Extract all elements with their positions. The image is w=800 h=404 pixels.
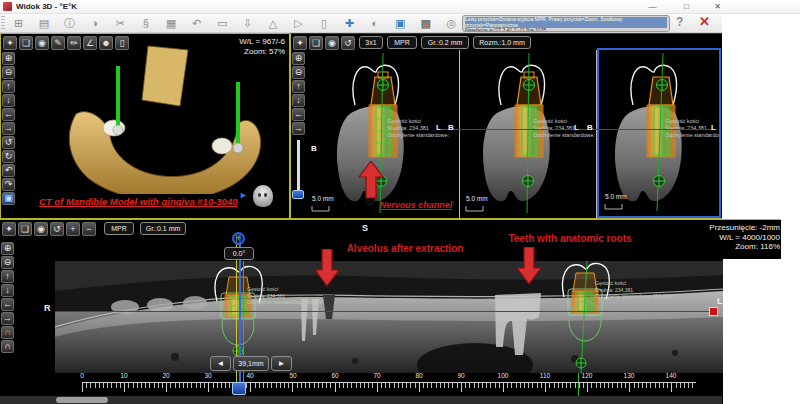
implant-pin-left[interactable] bbox=[116, 66, 120, 128]
panoramic-image[interactable]: Gęstość kości Średnia: 234,381 Odchyleni… bbox=[55, 261, 723, 373]
implant-density-overlay[interactable] bbox=[515, 105, 543, 157]
mpr-zoom-in-icon[interactable]: ⊕ bbox=[292, 52, 305, 65]
mpr-zoom-out-icon[interactable]: ⊖ bbox=[292, 66, 305, 79]
panoramic-view-icon[interactable]: ▩ bbox=[415, 14, 436, 32]
horizontal-scrollbar[interactable] bbox=[0, 396, 722, 404]
report-icon[interactable]: ▷ bbox=[288, 14, 309, 32]
mpr-size-button[interactable]: Rozm.:1.0 mm bbox=[473, 36, 531, 49]
panel-mpr-crosssections[interactable]: ✦ ❏ ◉ ↺ 3x1 MPR Gr.:0.2 mm Rozm.:1.0 mm … bbox=[290, 33, 722, 219]
cross-section-view-2[interactable]: Gęstość kości Średnia: 234,381 Odchyleni… bbox=[461, 51, 596, 218]
orientation-arrow-icon[interactable]: ► bbox=[239, 190, 248, 200]
pano-zoom-out-icon[interactable]: ⊖ bbox=[1, 256, 14, 269]
mandible-3d-model[interactable] bbox=[36, 44, 271, 194]
ruler-label: 0 bbox=[72, 372, 92, 379]
3d-orbit-right-icon[interactable]: ↷ bbox=[2, 178, 15, 191]
mpr-snapshot-icon[interactable]: ◉ bbox=[325, 36, 339, 50]
pano-mode-button[interactable]: MPR bbox=[104, 222, 134, 235]
tools-icon[interactable]: ✂ bbox=[110, 14, 131, 32]
axes-3d-icon[interactable]: ✚ bbox=[339, 14, 360, 32]
3d-pan-right-icon[interactable]: → bbox=[2, 122, 15, 135]
implant-pin-right[interactable] bbox=[236, 82, 240, 146]
panel-3d-view[interactable]: ✦ ❏ ◉ ✎ ✏ ∠ ☻ ▯ W/L = 967/-6 Zoom: 57% ⊕… bbox=[0, 33, 290, 219]
slice-handle-blue[interactable]: + bbox=[232, 232, 245, 245]
slice-prev-button[interactable]: ◄ bbox=[210, 356, 231, 371]
title-bar: Widok 3D - °E°K — □ ✕ bbox=[0, 0, 800, 14]
arch-curve-active-icon[interactable]: ∩ bbox=[1, 326, 14, 339]
close-button[interactable]: ✕ bbox=[710, 1, 725, 12]
3d-pan-left-icon[interactable]: ← bbox=[2, 108, 15, 121]
angle-icon[interactable]: △ bbox=[263, 14, 284, 32]
mpr-tools-icon[interactable]: ✦ bbox=[293, 36, 307, 50]
pano-pan-down-icon[interactable]: ↓ bbox=[1, 284, 14, 297]
cross-section-view-3[interactable]: Gęstość kości Średnia: 234,381 Odchyleni… bbox=[599, 51, 719, 216]
axis-handle-bottom[interactable] bbox=[654, 176, 665, 187]
mpr-pan-down-icon[interactable]: ↓ bbox=[292, 94, 305, 107]
mpr-mode-button[interactable]: MPR bbox=[387, 36, 417, 49]
crosshair-handle-red[interactable] bbox=[709, 307, 718, 316]
pano-tools-icon[interactable]: ✦ bbox=[2, 222, 16, 236]
3d-pan-up-icon[interactable]: ↑ bbox=[2, 80, 15, 93]
maximize-button[interactable]: □ bbox=[679, 1, 694, 12]
toolbar-grip[interactable] bbox=[1, 16, 5, 31]
close-red-icon[interactable]: ✕ bbox=[699, 14, 710, 29]
mpr-layout-button[interactable]: 3x1 bbox=[359, 36, 383, 49]
display-settings-icon[interactable]: ◑ bbox=[84, 14, 105, 32]
axis-handle-top[interactable] bbox=[524, 80, 535, 91]
pano-snapshot-icon[interactable]: ◉ bbox=[34, 222, 48, 236]
view-3d-icon[interactable]: ▣ bbox=[390, 14, 411, 32]
panel-panoramic[interactable]: ✦ ❏ ◉ ↺ + − MPR Gr.:0.1 mm ⊕ ⊖ ↑ ↓ ← → ∩… bbox=[0, 219, 781, 404]
mpr-thickness-button[interactable]: Gr.:0.2 mm bbox=[421, 36, 469, 49]
slice-slider-handle[interactable] bbox=[292, 190, 304, 199]
pano-thickness-button[interactable]: Gr.:0.1 mm bbox=[140, 222, 186, 235]
3d-zoom-in-icon[interactable]: ⊕ bbox=[2, 52, 15, 65]
patient-search-icon[interactable]: ◎ bbox=[441, 14, 462, 32]
density-std: Odchylenie standardowe: bbox=[387, 132, 450, 138]
pano-zoom-in-icon[interactable]: ⊕ bbox=[1, 242, 14, 255]
help-icon[interactable]: ? bbox=[676, 15, 683, 29]
3d-zoom-out-icon[interactable]: ⊖ bbox=[2, 66, 15, 79]
contrast-icon[interactable]: ◐ bbox=[364, 14, 385, 32]
3d-orbit-left-icon[interactable]: ↶ bbox=[2, 164, 15, 177]
slice-next-button[interactable]: ► bbox=[271, 356, 292, 371]
pano-reset-icon[interactable]: ↺ bbox=[50, 222, 64, 236]
orientation-label-r: R bbox=[44, 303, 51, 313]
mpr-pan-left-icon[interactable]: ← bbox=[292, 108, 305, 121]
3d-tools-icon[interactable]: ✦ bbox=[3, 36, 17, 50]
3d-fullscreen-icon[interactable]: ❏ bbox=[19, 36, 33, 50]
undo-icon[interactable]: ↶ bbox=[186, 14, 207, 32]
mpr-fullscreen-icon[interactable]: ❏ bbox=[309, 36, 323, 50]
info-icon[interactable]: ⓘ bbox=[59, 14, 80, 32]
scrollbar-thumb[interactable] bbox=[56, 397, 108, 403]
3d-pan-down-icon[interactable]: ↓ bbox=[2, 94, 15, 107]
list-icon[interactable]: ▦ bbox=[161, 14, 182, 32]
pano-crosshair-line[interactable] bbox=[55, 311, 717, 312]
minimize-button[interactable]: — bbox=[645, 1, 660, 12]
axis-handle-top[interactable] bbox=[378, 80, 389, 91]
pano-add-icon[interactable]: + bbox=[66, 222, 80, 236]
axis-handle-top[interactable] bbox=[657, 80, 668, 91]
pano-pan-left-icon[interactable]: ← bbox=[1, 298, 14, 311]
ruler-slider-handle[interactable] bbox=[232, 382, 246, 395]
3d-rotate-cw-icon[interactable]: ↻ bbox=[2, 150, 15, 163]
mpr-reset-icon[interactable]: ↺ bbox=[341, 36, 355, 50]
3d-rotate-ccw-icon[interactable]: ↺ bbox=[2, 136, 15, 149]
mpr-pan-right-icon[interactable]: → bbox=[292, 122, 305, 135]
delete-icon[interactable]: ▯ bbox=[313, 14, 334, 32]
save-icon[interactable]: ▤ bbox=[33, 14, 54, 32]
3d-cube-icon[interactable]: ▣ bbox=[2, 192, 15, 205]
cross-section-content: Gęstość kości Średnia: 234,381 Odchyleni… bbox=[615, 53, 719, 211]
layout-icon[interactable]: ⊞ bbox=[8, 14, 29, 32]
pano-pan-right-icon[interactable]: → bbox=[1, 312, 14, 325]
window-title: Widok 3D - °E°K bbox=[16, 2, 77, 11]
pano-remove-icon[interactable]: − bbox=[82, 222, 96, 236]
orientation-skull-icon[interactable] bbox=[253, 185, 273, 207]
measure-icon[interactable]: ▭ bbox=[212, 14, 233, 32]
mpr-pan-up-icon[interactable]: ↑ bbox=[292, 80, 305, 93]
implant-screw-icon[interactable]: § bbox=[135, 14, 156, 32]
axis-handle-bottom[interactable] bbox=[523, 176, 534, 187]
pano-pan-up-icon[interactable]: ↑ bbox=[1, 270, 14, 283]
ruler-label: 120 bbox=[577, 372, 597, 379]
pano-fullscreen-icon[interactable]: ❏ bbox=[18, 222, 32, 236]
export-icon[interactable]: ⇩ bbox=[237, 14, 258, 32]
arch-curve-icon[interactable]: ∩ bbox=[1, 340, 14, 353]
